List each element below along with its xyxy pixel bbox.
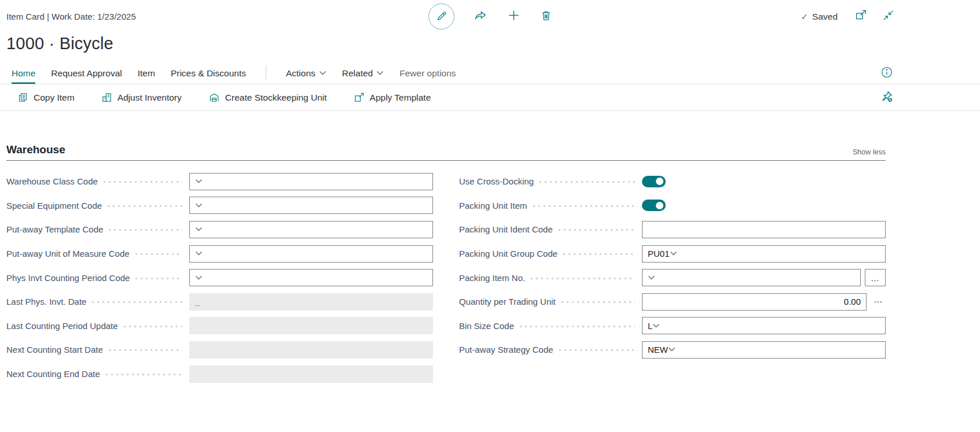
tab-label: Home <box>12 68 35 79</box>
action-bar: Copy ItemAdjust InventoryCreate Stockkee… <box>0 84 980 111</box>
copy-item-button[interactable]: Copy Item <box>17 92 75 103</box>
chevron-down-icon <box>319 71 326 76</box>
field-label-use-cross-docking: Use Cross-Docking <box>459 176 534 186</box>
chevron-down-icon[interactable] <box>195 227 203 232</box>
chevron-down-icon[interactable] <box>195 179 203 184</box>
field-row-next-counting-end-date: Next Counting End Date <box>6 362 433 386</box>
unpin-icon <box>880 90 893 103</box>
create-stockkeeping-unit-button[interactable]: Create Stockkeeping Unit <box>208 92 327 103</box>
field-label-put-away-template-code: Put-away Template Code <box>6 224 103 234</box>
show-less-link[interactable]: Show less <box>853 148 886 156</box>
field-label-packing-unit-group-code: Packing Unit Group Code <box>459 249 557 259</box>
field-control-packing-unit-item <box>642 200 886 211</box>
tab-item[interactable]: Item <box>138 62 155 84</box>
tab-actions[interactable]: Actions <box>286 62 326 84</box>
field-row-last-phys-invt-date: Last Phys. Invt. Date_ <box>6 290 433 314</box>
delete-button[interactable] <box>540 9 552 24</box>
dotted-leader <box>520 326 635 327</box>
field-control-packing-unit-group-code: PU01 <box>642 245 886 263</box>
combobox-bin-size-code[interactable]: L <box>642 317 886 334</box>
combobox-put-away-template-code[interactable] <box>189 221 433 238</box>
checkmark-icon: ✓ <box>801 12 808 22</box>
chevron-down-icon[interactable] <box>195 203 203 208</box>
toggle-knob <box>656 178 663 185</box>
tab-related[interactable]: Related <box>342 62 384 84</box>
menu-bar: HomeRequest ApprovalItemPrices & Discoun… <box>0 62 980 84</box>
tab-prices-discounts[interactable]: Prices & Discounts <box>171 62 246 84</box>
info-icon <box>880 66 893 79</box>
dotted-leader <box>531 278 635 279</box>
field-label-last-phys-invt-date: Last Phys. Invt. Date <box>6 297 86 307</box>
field-label-put-away-unit-of-measure-code: Put-away Unit of Measure Code <box>6 249 130 259</box>
info-button[interactable] <box>880 66 893 81</box>
field-control-put-away-template-code <box>189 221 433 238</box>
open-in-new-window-icon <box>855 9 867 21</box>
dotted-leader <box>561 301 635 303</box>
dotted-leader <box>539 181 635 183</box>
dotted-leader <box>135 253 182 255</box>
field-label-warehouse-class-code: Warehouse Class Code <box>6 176 98 186</box>
action-label: Copy Item <box>34 93 75 103</box>
field-control-next-counting-end-date <box>189 365 433 383</box>
edit-button[interactable] <box>428 3 454 29</box>
dotted-leader <box>104 181 182 183</box>
field-row-packing-unit-item: Packing Unit Item <box>459 194 886 218</box>
adjust-inventory-button[interactable]: Adjust Inventory <box>101 92 182 103</box>
collapse-button[interactable] <box>882 9 894 24</box>
combobox-warehouse-class-code[interactable] <box>189 173 433 190</box>
field-control-special-equipment-code <box>189 197 433 214</box>
unpin-button[interactable] <box>880 90 893 105</box>
chevron-down-icon[interactable] <box>668 347 676 352</box>
apply-template-button[interactable]: Apply Template <box>354 92 431 103</box>
field-label-next-counting-end-date: Next Counting End Date <box>6 369 100 379</box>
tab-fewer-options[interactable]: Fewer options <box>399 62 456 84</box>
menu-tabs: HomeRequest ApprovalItemPrices & Discoun… <box>12 62 456 84</box>
actions-list: Copy ItemAdjust InventoryCreate Stockkee… <box>17 92 431 103</box>
chevron-down-icon[interactable] <box>648 275 655 280</box>
chevron-down-icon[interactable] <box>670 251 677 256</box>
combobox-packing-unit-group-code[interactable]: PU01 <box>642 245 886 263</box>
share-button[interactable] <box>474 9 487 24</box>
chevron-down-icon[interactable] <box>195 275 203 280</box>
tab-request-approval[interactable]: Request Approval <box>51 62 122 84</box>
combobox-phys-invt-counting-period-code[interactable] <box>189 269 433 286</box>
tab-label: Item <box>138 68 155 79</box>
toggle-packing-unit-item[interactable] <box>642 200 666 211</box>
chevron-down-icon[interactable] <box>195 251 203 256</box>
chevron-down-icon[interactable] <box>652 323 660 328</box>
tab-label: Request Approval <box>51 68 122 79</box>
field-value: NEW <box>648 345 668 355</box>
combobox-put-away-unit-of-measure-code[interactable] <box>189 245 433 263</box>
open-in-new-window-button[interactable] <box>855 9 867 24</box>
section-title-warehouse[interactable]: Warehouse <box>6 143 65 156</box>
more-options-ellipsis-quantity-per-trading-unit[interactable]: ⋯ <box>871 297 886 307</box>
collapse-icon <box>882 9 894 21</box>
dotted-leader <box>106 374 182 375</box>
field-value: _ <box>195 297 200 307</box>
action-label: Adjust Inventory <box>118 93 182 103</box>
dotted-leader <box>563 253 635 255</box>
field-label-phys-invt-counting-period-code: Phys Invt Counting Period Code <box>6 273 130 283</box>
combobox-put-away-strategy-code[interactable]: NEW <box>642 341 886 359</box>
new-button[interactable] <box>507 9 520 24</box>
input-quantity-per-trading-unit[interactable]: 0.00 <box>642 293 867 311</box>
field-row-put-away-strategy-code: Put-away Strategy CodeNEW <box>459 338 886 362</box>
field-row-special-equipment-code: Special Equipment Code <box>6 194 433 218</box>
top-bar: Item Card | Work Date: 1/23/2025 ✓ Saved <box>0 0 980 33</box>
field-control-phys-invt-counting-period-code <box>189 269 433 286</box>
input-packing-unit-ident-code[interactable] <box>642 221 886 238</box>
dotted-leader <box>559 229 635 231</box>
field-control-packing-unit-ident-code <box>642 221 886 238</box>
field-value: L <box>648 321 652 331</box>
tab-home[interactable]: Home <box>12 62 35 84</box>
action-label: Apply Template <box>370 93 431 103</box>
combobox-special-equipment-code[interactable] <box>189 197 433 214</box>
assist-edit-button-packing-item-no[interactable]: … <box>865 269 886 286</box>
toggle-use-cross-docking[interactable] <box>642 176 666 187</box>
field-control-bin-size-code: L <box>642 317 886 334</box>
combobox-packing-item-no[interactable] <box>642 269 861 286</box>
field-row-packing-unit-ident-code: Packing Unit Ident Code <box>459 217 886 242</box>
field-value: PU01 <box>648 249 670 259</box>
pin-slot <box>880 90 893 105</box>
field-label-special-equipment-code: Special Equipment Code <box>6 201 102 211</box>
